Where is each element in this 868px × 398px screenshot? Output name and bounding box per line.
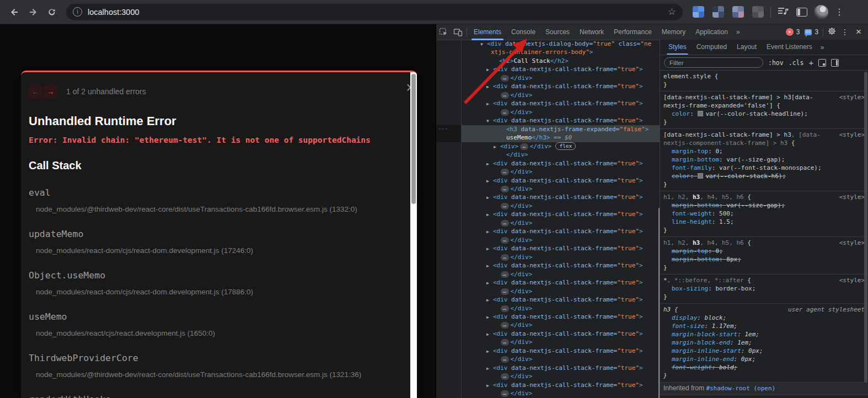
css-rule[interactable]: <style>[data-nextjs-call-stack-frame] > …	[660, 92, 868, 129]
inspect-element-button[interactable]	[436, 24, 451, 40]
dom-tree-line[interactable]: ▶<div data-nextjs-call-stack-frame="true…	[436, 381, 660, 389]
css-declaration[interactable]: font-weight: bold;	[663, 363, 865, 372]
site-info-icon[interactable]: i	[73, 7, 82, 17]
dom-tree-line[interactable]: …</div>	[436, 185, 660, 193]
dom-tree-line[interactable]: ▶<div data-nextjs-call-stack-frame="true…	[436, 176, 660, 185]
css-declaration[interactable]: margin-block-end: 1em;	[663, 338, 865, 347]
css-declaration[interactable]: margin-bottom: var(--size-gap);	[663, 201, 865, 209]
dom-tree-line[interactable]: <h2>Call Stack</h2>	[436, 57, 660, 65]
devtools-tab-elements[interactable]: Elements	[469, 24, 506, 40]
css-declaration[interactable]: margin-top: 0;	[663, 247, 865, 255]
extension-icon-3[interactable]	[732, 6, 744, 18]
css-rule[interactable]: <style>h1, h2, h3, h4, h5, h6 {margin-to…	[660, 237, 868, 275]
devtools-tab-performance[interactable]: Performance	[609, 24, 657, 40]
css-declaration[interactable]: margin-inline-end: 0px;	[663, 355, 865, 363]
console-error-badge[interactable]: ×	[786, 28, 794, 36]
css-declaration[interactable]: margin-block-start: 1em;	[663, 330, 865, 338]
dom-tree-line[interactable]: …</div>	[436, 219, 660, 227]
css-rule[interactable]: user agent stylesheeth3 {display: block;…	[660, 304, 868, 383]
flex-badge[interactable]: flex	[555, 142, 576, 150]
new-style-rule-button[interactable]: +	[808, 58, 813, 67]
bookmark-star-icon[interactable]: ☆	[668, 6, 676, 18]
styles-tab-styles[interactable]: Styles	[663, 40, 692, 55]
toggle-hover-state[interactable]: :hov	[768, 59, 784, 67]
css-declaration[interactable]: margin-inline-start: 0px;	[663, 347, 865, 355]
css-rule[interactable]: element.style {}	[660, 71, 868, 92]
dom-tree-line[interactable]: …</div>	[436, 168, 660, 176]
dom-tree-line[interactable]: ▶<div data-nextjs-call-stack-frame="true…	[436, 193, 660, 201]
dom-tree-line[interactable]: ▼<div data-nextjs-call-stack-frame="true…	[436, 116, 660, 125]
previous-error-button[interactable]: ←	[29, 84, 42, 99]
devtools-tab-application[interactable]: Application	[690, 24, 733, 40]
forward-button[interactable]	[24, 3, 42, 21]
styles-more-tabs-icon[interactable]: »	[817, 44, 828, 51]
dom-tree-line[interactable]: ···<h3 data-nextjs-frame-expanded="false…	[436, 125, 660, 133]
device-toolbar-button[interactable]	[451, 24, 465, 40]
sidebar-toggle-icon[interactable]	[831, 59, 839, 67]
dom-tree-line[interactable]: …</div>	[436, 74, 660, 82]
dom-tree-line[interactable]: …</div>	[436, 389, 660, 397]
dom-tree-line[interactable]: ▶<div data-nextjs-call-stack-frame="true…	[436, 278, 660, 287]
dom-tree-line[interactable]: ▶<div data-nextjs-call-stack-frame="true…	[436, 210, 660, 218]
devtools-tab-sources[interactable]: Sources	[540, 24, 575, 40]
css-rule[interactable]: <style>@media (prefers-color-scheme: dar…	[660, 395, 868, 398]
css-rule[interactable]: <style>*, *::before, *::after {box-sizin…	[660, 275, 868, 304]
dom-tree-line[interactable]: ▶<div data-nextjs-call-stack-frame="true…	[436, 99, 660, 107]
media-control-button[interactable]	[778, 7, 789, 18]
omnibox[interactable]: i localhost:3000 ☆	[66, 4, 683, 20]
css-declaration[interactable]: font-weight: 500;	[663, 209, 865, 218]
devtools-tab-memory[interactable]: Memory	[657, 24, 690, 40]
devtools-menu-icon[interactable]: ⋮	[839, 28, 851, 36]
shadow-root-link[interactable]: #shadow-root (open)	[706, 385, 775, 392]
css-declaration[interactable]: line-height: 1.5;	[663, 218, 865, 226]
css-rule[interactable]: <style>h1, h2, h3, h4, h5, h6 {margin-bo…	[660, 191, 868, 237]
dom-tree-line[interactable]: …</div>	[436, 270, 660, 278]
css-declaration[interactable]: margin-bottom: var(--size-gap);	[663, 155, 865, 164]
issues-icon[interactable]	[805, 29, 812, 35]
more-tabs-icon[interactable]: »	[733, 28, 743, 36]
dom-tree-line[interactable]: …</div>	[436, 202, 660, 210]
css-declaration[interactable]: color: var(--color-stack-headline);	[663, 110, 865, 118]
dom-tree-line[interactable]: …</div>	[436, 304, 660, 313]
next-error-button[interactable]: →	[44, 84, 57, 99]
url-text[interactable]: localhost:3000	[88, 8, 668, 17]
css-declaration[interactable]: box-sizing: border-box;	[663, 284, 865, 293]
styles-tab-event-listeners[interactable]: Event Listeners	[762, 40, 817, 55]
reload-button[interactable]	[43, 3, 61, 21]
extension-icon-4[interactable]	[752, 6, 764, 18]
css-declaration[interactable]: font-family: var(--font-stack-monospace)…	[663, 164, 865, 172]
color-swatch[interactable]	[698, 111, 703, 116]
dom-tree-line[interactable]: …</div>	[436, 91, 660, 99]
css-declaration[interactable]: display: block;	[663, 314, 865, 322]
styles-filter-input[interactable]	[664, 57, 763, 68]
dom-tree-line[interactable]: ▶<div data-nextjs-call-stack-frame="true…	[436, 347, 660, 355]
dom-tree-line[interactable]: ▶<div data-nextjs-call-stack-frame="true…	[436, 227, 660, 235]
dom-tree-line[interactable]: …</div>	[436, 355, 660, 363]
dom-tree-line[interactable]: …</div>	[436, 372, 660, 380]
dom-tree-line[interactable]: …</div>	[436, 338, 660, 346]
color-swatch[interactable]	[698, 173, 703, 179]
dom-tree-line[interactable]: ▶<div data-nextjs-call-stack-frame="true…	[436, 295, 660, 304]
styles-tab-layout[interactable]: Layout	[732, 40, 762, 55]
dialog-scrollbar-thumb[interactable]	[411, 74, 416, 204]
dom-tree-line[interactable]: …</div>	[436, 321, 660, 329]
css-declaration[interactable]: margin-bottom: 8px;	[663, 255, 865, 263]
dom-tree-line[interactable]: ▶<div data-nextjs-call-stack-frame="true…	[436, 330, 660, 338]
dom-tree-line[interactable]: ▼<div data-nextjs-dialog-body="true" cla…	[436, 40, 660, 48]
browser-menu-icon[interactable]: ⋮	[835, 7, 844, 17]
dom-tree-line[interactable]: ▶<div data-nextjs-call-stack-frame="true…	[436, 244, 660, 252]
dom-tree-line[interactable]: ▶<div data-nextjs-call-stack-frame="true…	[436, 261, 660, 270]
side-panel-icon[interactable]	[796, 8, 807, 17]
computed-styles-icon[interactable]	[818, 59, 826, 67]
css-declaration[interactable]: font-size: 1.17em;	[663, 322, 865, 330]
dom-tree-line[interactable]: ▶<div data-nextjs-call-stack-frame="true…	[436, 82, 660, 90]
settings-gear-icon[interactable]	[828, 27, 836, 37]
css-declaration[interactable]: color: var(--color-stack-h6);	[663, 172, 865, 180]
dom-tree-line[interactable]: </div>	[436, 150, 660, 159]
dom-tree-line[interactable]: …</div>	[436, 253, 660, 261]
styles-tab-computed[interactable]: Computed	[692, 40, 732, 55]
profile-avatar[interactable]	[814, 5, 828, 19]
dom-tree-line[interactable]: ▶<div>…</div>flex	[436, 142, 660, 150]
dom-tree-line[interactable]: …</div>	[436, 236, 660, 244]
devtools-close-icon[interactable]: ×	[854, 26, 866, 37]
